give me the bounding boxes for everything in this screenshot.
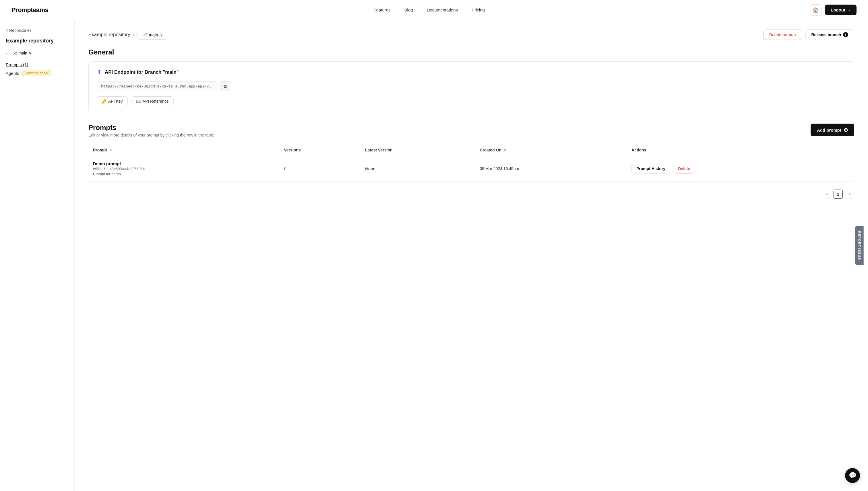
book-icon: 📖 [136,99,141,104]
agents-label: Agents [6,71,19,76]
navbar: Prompteams Features Blog Documentations … [0,0,868,20]
prompt-name: Demo prompt [93,161,275,166]
api-card-header: ⬆ API Endpoint for Branch "main" [97,68,846,76]
prompts-section: Prompts Edit or view more details of you… [88,124,854,199]
sidebar-branch-pill[interactable]: ⎇ main ∨ [9,49,35,57]
coming-soon-badge: Coming soon [22,70,52,76]
col-versions: Versions [279,144,360,156]
layout: < Repositories Example repository › ⎇ ma… [0,20,868,491]
branch-icon: ⎇ [12,51,17,55]
general-title: General [88,48,854,56]
home-button[interactable]: 🏠 [810,4,821,16]
release-branch-button[interactable]: Release branch i [806,29,855,40]
breadcrumb-repo: Example repository [88,32,130,37]
sidebar-branch-row: › ⎇ main ∨ [6,49,69,57]
nav-features[interactable]: Features [374,7,390,12]
actions-cell: Prompt History Delete [627,156,854,181]
back-to-repositories[interactable]: < Repositories [6,28,69,33]
next-page-button[interactable]: > [845,190,854,199]
sidebar-nav: Prompts (1) Agents Coming soon [6,62,69,76]
page-header-right: Delete branch Release branch i [763,29,854,40]
api-reference-button[interactable]: 📖 API Reference [131,96,174,106]
delete-branch-button[interactable]: Delete branch [763,30,802,40]
created-on-cell: 09 Mar 2024 10:45am [475,156,627,181]
latest-version-cell: None [360,156,475,181]
pagination: < 1 > [88,190,854,199]
api-key-button[interactable]: 🔑 API Key [97,96,128,106]
copy-icon: ⧉ [224,84,227,89]
page-header: Example repository / ⎇ main ∨ Delete bra… [88,29,854,40]
api-card: ⬆ API Endpoint for Branch "main" https:/… [88,61,854,113]
sidebar-expand-button[interactable]: › [6,51,7,55]
page-header-left: Example repository / ⎇ main ∨ [88,30,168,39]
sort-icon-created-on: ⇅ [504,149,506,152]
app-logo: Prompteams [11,6,48,14]
api-card-icon: ⬆ [97,68,102,76]
nav-links: Features Blog Documentations Pricing [374,7,485,12]
nav-pricing[interactable]: Pricing [471,7,485,12]
prompts-header: Prompts Edit or view more details of you… [88,124,854,137]
prompts-table: Prompt ⇅ Versions Latest Version Created… [88,144,854,181]
prompt-history-button[interactable]: Prompt History [631,164,670,174]
api-action-buttons: 🔑 API Key 📖 API Reference [97,96,846,106]
main-content: Example repository / ⎇ main ∨ Delete bra… [75,20,868,491]
table-header: Prompt ⇅ Versions Latest Version Created… [88,144,854,156]
copy-endpoint-button[interactable]: ⧉ [220,82,230,91]
breadcrumb-separator: / [133,32,135,37]
header-branch-label: main [149,32,158,37]
prompts-title-group: Prompts Edit or view more details of you… [88,124,214,137]
prompt-id: #65ec3db48e593aa4a28369fc [93,167,275,171]
col-actions: Actions [627,144,854,156]
add-prompt-label: Add prompt [817,127,841,133]
sidebar-repo-title: Example repository [6,38,69,44]
general-section: General ⬆ API Endpoint for Branch "main"… [88,48,854,113]
page-1-button[interactable]: 1 [834,190,843,199]
col-latest-version: Latest Version [360,144,475,156]
header-chevron-down-icon: ∨ [160,32,163,37]
nav-documentations[interactable]: Documentations [427,7,458,12]
branch-label: main [18,51,27,55]
col-prompt: Prompt ⇅ [88,144,279,156]
sidebar: < Repositories Example repository › ⎇ ma… [0,20,75,491]
report-issue-tab[interactable]: REPORT ISSUE [855,226,863,265]
key-icon: 🔑 [102,99,107,104]
prompts-title: Prompts [88,124,214,132]
table-row[interactable]: Demo prompt #65ec3db48e593aa4a28369fc Pr… [88,156,854,181]
delete-prompt-button[interactable]: Delete [673,164,695,174]
info-icon: i [843,32,848,37]
prompts-subtitle: Edit or view more details of your prompt… [88,133,214,137]
nav-blog[interactable]: Blog [404,7,413,12]
actions-cell-inner: Prompt History Delete [631,164,850,174]
sort-icon-prompt: ⇅ [109,149,112,152]
prompt-cell: Demo prompt #65ec3db48e593aa4a28369fc Pr… [88,156,279,181]
col-created-on: Created On ⇅ [475,144,627,156]
sidebar-item-prompts[interactable]: Prompts (1) [6,62,69,67]
prompt-description: Prompt for demo [93,172,275,176]
plus-circle-icon: ⊕ [844,127,848,133]
release-branch-label: Release branch [811,32,841,37]
chat-bubble[interactable]: 💬 [845,468,860,483]
api-card-title: API Endpoint for Branch "main" [105,69,179,75]
add-prompt-button[interactable]: Add prompt ⊕ [811,124,854,136]
navbar-right: 🏠 Logout → [810,4,857,16]
logout-button[interactable]: Logout → [825,5,857,15]
sidebar-item-agents: Agents Coming soon [6,70,69,76]
chevron-down-icon: ∨ [29,51,32,55]
header-branch-icon: ⎇ [142,32,147,37]
header-branch-pill[interactable]: ⎇ main ∨ [137,30,168,39]
prev-page-button[interactable]: < [822,190,831,199]
versions-cell: 0 [279,156,360,181]
table-body: Demo prompt #65ec3db48e593aa4a28369fc Pr… [88,156,854,181]
api-endpoint-row: https://reineed-be-3qiddja7xa-ts.a.run.a… [97,81,846,91]
api-endpoint-url: https://reineed-be-3qiddja7xa-ts.a.run.a… [97,81,217,91]
chat-icon: 💬 [849,472,857,479]
